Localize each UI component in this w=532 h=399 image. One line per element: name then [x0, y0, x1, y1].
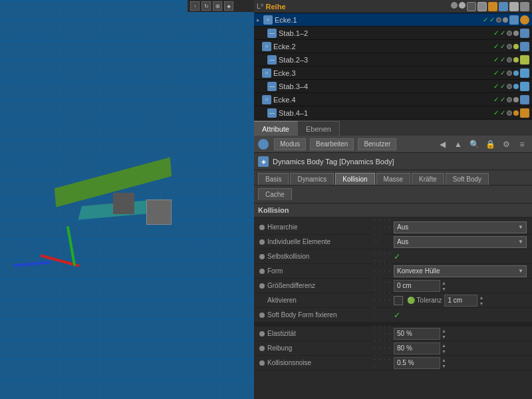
lock-icon[interactable]: 🔒	[484, 138, 496, 150]
subtab-softbody[interactable]: Soft Body	[446, 173, 489, 185]
list-item[interactable]: ○ Ecke.4 ✓ ✓	[254, 93, 532, 106]
prop-dot	[259, 331, 265, 336]
list-item-controls: ✓ ✓	[493, 82, 529, 91]
more-icon[interactable]: ≡	[516, 138, 528, 150]
form-dropdown[interactable]: Konvexe Hülle ▼	[394, 265, 527, 277]
kollisionsnoise-stepper[interactable]: ▲▼	[442, 357, 446, 369]
list-item[interactable]: — Stab.4–1 ✓ ✓	[254, 106, 532, 120]
forward-icon[interactable]: ▲	[452, 138, 464, 150]
prop-label: Kollisionsnoise	[267, 359, 374, 366]
prop-value: ▲▼	[394, 328, 527, 340]
list-icon-5	[488, 2, 497, 11]
object-icon: —	[267, 29, 277, 38]
list-item-controls: ✓ ✓	[493, 29, 529, 38]
toleranz-input[interactable]	[444, 295, 477, 307]
tab-attribute[interactable]: Attribute	[254, 121, 298, 136]
select-icon[interactable]: ◈	[224, 1, 233, 11]
prop-form: Form · · · · · · · · · · Konvexe Hülle ▼	[254, 264, 532, 279]
prop-kollisionsnoise: Kollisionsnoise · · · · · ▲▼	[254, 356, 532, 370]
search-icon[interactable]: 🔍	[468, 138, 480, 150]
visibility-check: ✓	[493, 29, 499, 37]
prop-label: Reibung	[267, 344, 374, 352]
3d-viewport[interactable]: ↑ ↻ ⊞ ◈	[0, 0, 254, 399]
list-item-controls: ✓ ✓	[493, 95, 529, 104]
modus-button[interactable]: Modus	[274, 138, 306, 150]
subtab-basis[interactable]: Basis	[258, 173, 289, 185]
list-item-label: Stab.2–3	[279, 56, 493, 64]
reibung-stepper[interactable]: ▲▼	[442, 342, 446, 354]
object-icon: —	[267, 108, 277, 118]
prop-value: ✓	[394, 252, 527, 261]
move-icon[interactable]: ↑	[190, 1, 200, 11]
list-item[interactable]: — Stab.3–4 ✓ ✓	[254, 80, 532, 93]
object-icon: —	[267, 82, 277, 91]
settings-icon[interactable]: ⚙	[500, 138, 512, 150]
prop-dot	[259, 283, 265, 289]
prop-value: ▲▼	[394, 280, 527, 292]
list-item[interactable]: — Stab.1–2 ✓ ✓	[254, 27, 532, 40]
render-check: ✓	[500, 29, 505, 37]
object-icon: —	[267, 55, 277, 65]
groessendifferenz-input[interactable]	[394, 280, 440, 292]
list-icon-4	[477, 2, 487, 11]
softbody-form-check[interactable]: ✓	[394, 311, 400, 320]
main-tab-bar: Attribute Ebenen	[254, 120, 532, 136]
prop-aktivieren: Aktivieren · · · · · · · · · 🟢 Toleranz …	[254, 293, 532, 308]
list-icon-6	[499, 2, 508, 11]
list-item[interactable]: — Stab.2–3 ✓ ✓	[254, 53, 532, 66]
list-item[interactable]: ○ Ecke.3 ✓ ✓	[254, 66, 532, 80]
list-item[interactable]: ▸ ○ Ecke.1 ✓ ✓	[254, 13, 532, 27]
subtab-dynamics[interactable]: Dynamics	[290, 173, 334, 185]
list-item-controls: ✓ ✓	[493, 55, 529, 65]
elastizitaet-input[interactable]	[394, 328, 440, 340]
back-icon[interactable]: ◀	[436, 138, 448, 150]
prop-dot	[259, 254, 265, 259]
toleranz-stepper[interactable]: ▲▼	[479, 295, 483, 307]
subtab-kollision[interactable]: Kollision	[335, 173, 374, 185]
selbstkollision-check[interactable]: ✓	[394, 252, 400, 261]
list-item[interactable]: ○ Ecke.2 ✓ ✓	[254, 40, 532, 53]
object-icon: ○	[262, 95, 271, 104]
object-list: L⁰ Reihe ▸ ○ Ecke.1 ✓ ✓	[254, 0, 532, 120]
subtab-masse[interactable]: Masse	[376, 173, 410, 185]
tab-ebenen[interactable]: Ebenen	[298, 121, 340, 136]
individuelle-dropdown[interactable]: Aus ▼	[394, 236, 527, 248]
toleranz-label: 🟢 Toleranz	[407, 297, 442, 304]
subtab-cache[interactable]: Cache	[258, 188, 292, 200]
expand-icon: ▸	[257, 17, 260, 23]
reibung-input[interactable]	[394, 342, 440, 354]
object-icon: ○	[262, 42, 271, 51]
toolbar-icon-circle	[258, 139, 269, 150]
tag-icon: ◈	[258, 156, 269, 167]
list-item-label: Ecke.1	[275, 16, 483, 24]
prop-dot	[259, 239, 265, 245]
chevron-down-icon: ▼	[518, 239, 523, 245]
hierarchie-dropdown[interactable]: Aus ▼	[394, 221, 527, 233]
chevron-down-icon: ▼	[518, 224, 523, 230]
tag-icon	[509, 15, 519, 25]
prop-value: Aus ▼	[394, 221, 527, 233]
prop-label: Soft Body Form fixieren	[267, 311, 374, 319]
prop-dot	[259, 225, 265, 230]
bearbeiten-button[interactable]: Bearbeiten	[310, 138, 354, 150]
prop-label: Größendifferenz	[267, 282, 374, 289]
list-icon-2	[459, 2, 466, 9]
list-item-controls: ✓ ✓	[493, 68, 529, 78]
tag-title-row: ◈ Dynamics Body Tag [Dynamics Body]	[254, 153, 532, 170]
benutzer-button[interactable]: Benutzer	[358, 138, 396, 150]
groessendifferenz-stepper[interactable]: ▲▼	[442, 280, 446, 292]
aktivieren-checkbox[interactable]	[394, 296, 403, 305]
kollisionsnoise-input[interactable]	[394, 357, 440, 369]
list-root-label: Reihe	[266, 3, 286, 11]
prop-label: Individuelle Elemente	[267, 238, 374, 245]
render-check: ✓	[489, 16, 495, 23]
scale-icon[interactable]: ⊞	[213, 1, 222, 11]
elastizitaet-stepper[interactable]: ▲▼	[442, 328, 446, 340]
prop-label: Hierarchie	[267, 223, 374, 231]
list-icon-8	[520, 2, 529, 11]
rotate-icon[interactable]: ↻	[201, 1, 211, 11]
prop-value: Aus ▼	[394, 236, 527, 248]
subtab-kraefte[interactable]: Kräfte	[412, 173, 444, 185]
list-item-label: Stab.4–1	[279, 109, 493, 117]
prop-hierarchie: Hierarchie · · · · · · · · · · Aus ▼	[254, 220, 532, 235]
